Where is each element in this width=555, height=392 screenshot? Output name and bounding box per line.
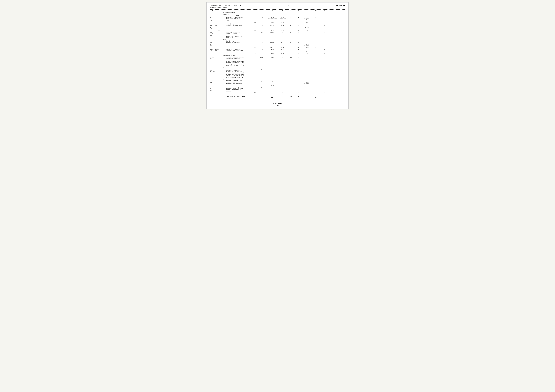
row-col5: 18,48 bbox=[268, 68, 277, 70]
row-col7: 1 bbox=[288, 17, 293, 18]
bottom-note: В ТОМ ЧИСЛЕ| bbox=[210, 103, 345, 104]
row-col6: 38,18 bbox=[279, 42, 286, 44]
table-row: 61 E13-153 ●ОКРАСКА М,К,ГОРИЗОНТАЛЬНАЯДИ… bbox=[210, 17, 345, 22]
footer-rub2: РУБ. bbox=[268, 99, 277, 101]
section-65: 65 E7-463 ЭСИ МСМТ,2-4 ●УКЛАДКА ПЛИТ ПОК… bbox=[210, 49, 345, 55]
table-row: 66 ЭСЦ МСММ,8-479 ●СТОИМОСТЬ МНОГОПУСТОТ… bbox=[210, 57, 345, 66]
row-col8: ● bbox=[295, 17, 301, 18]
row-num: 67 ЭСЦ МСМТ,8-48Р bbox=[210, 68, 215, 73]
unit-label-61: 18М42 bbox=[236, 15, 345, 17]
row-col7: 25 bbox=[288, 42, 293, 44]
row-col5: 112,88 bbox=[268, 25, 277, 27]
row-col6: 24,20 bbox=[279, 25, 286, 27]
col-sep3 bbox=[265, 10, 268, 11]
section-69: 69 D147-29 ●МЕТАЛЛИЗАЦИЯ ЗАКЛАДНЫХ ИАНКЕ… bbox=[210, 87, 345, 94]
row-desc: ●УКЛАДКА ПЛИТ ПОКРЫТИЯПЛОЩАДЬЮ ДО 5М2 С … bbox=[226, 49, 256, 53]
row-col9: ●34,28 bbox=[304, 80, 310, 83]
row-code: ДОП,К bbox=[215, 25, 223, 27]
row-col4: 8,02 bbox=[259, 32, 265, 33]
row-desc: ●СТОИМОСТЬ МНОГОПУСТОТНЫХ ПЛИТДЛИНОЙ ДО … bbox=[226, 57, 256, 66]
footer-col8: 13 bbox=[295, 96, 301, 102]
row-col7: 14 bbox=[288, 80, 293, 82]
row-col4: 8,85 bbox=[259, 25, 265, 27]
col-sep10 bbox=[328, 10, 330, 11]
row-col7: 151 bbox=[288, 57, 293, 58]
table-row: 69 D147-29 ●МЕТАЛЛИЗАЦИЯ ЗАКЛАДНЫХ ИАНКЕ… bbox=[210, 87, 345, 92]
unit-label-67: М2 bbox=[223, 67, 345, 68]
footer-section: ИТОГО ПРЯМЫЕ ЗАТРАТЫ ПО РАЗДЕЛУ 3 РУБ. Р… bbox=[210, 95, 345, 106]
col-sep7 bbox=[301, 10, 304, 11]
section-header-61: (М,К,ГОРИЗОНТАЛЬНОЙДИАФРАГМЫ) bbox=[223, 12, 345, 15]
unit-label-68: М2 bbox=[223, 79, 345, 80]
price-label-62: ЦЕНА|1Р,3,2 bbox=[228, 23, 345, 25]
col-5-header: 5 bbox=[268, 10, 277, 11]
row-col4: 0,37 bbox=[259, 87, 265, 88]
col-10-header: 10 bbox=[313, 10, 319, 11]
row-col4: 5,88 bbox=[259, 49, 265, 50]
table-row: 63 J111-38 ●АСБЕСТОЦЕМЕНТНЫЕ ЛИСТЫПЛОСКИ… bbox=[210, 32, 345, 38]
row-col5: 3,15 bbox=[268, 49, 277, 51]
row-col9: ●14,38 bbox=[304, 42, 310, 45]
footer-label: ИТОГО ПРЯМЫЕ ЗАТРАТЫ ПО РАЗДЕЛУ bbox=[226, 96, 256, 102]
table-row: 65 E7-463 ЭСИ МСМТ,2-4 ●УКЛАДКА ПЛИТ ПОК… bbox=[210, 49, 345, 53]
table-row: 64 E12-299 ●ПОДЛИВКА ИЗ ЦЕМЕНТНОГОРАСТВО… bbox=[210, 42, 345, 47]
col-sep5 bbox=[286, 10, 288, 11]
row-col8: 4 bbox=[295, 42, 301, 44]
col-sep8 bbox=[310, 10, 313, 11]
footer-rub1: РУБ. bbox=[268, 97, 277, 98]
tom-label: Tom bbox=[210, 105, 345, 106]
footer-col5a: РУБ. РУБ. bbox=[268, 96, 277, 102]
row-num: 63 J111-38 bbox=[210, 32, 215, 36]
row-col9: 141,18 bbox=[304, 25, 310, 28]
row-desc: ●ПОДЛИВКА ИЗ ЦЕМЕНТНОГОРАСТВОРА bbox=[226, 42, 256, 45]
col-sep9 bbox=[319, 10, 321, 11]
row-desc: ●СТОИМОСТЬ МНОГОПУСТОТНЫХ ПЛИТДЛИНОЙ ДО … bbox=[226, 68, 256, 78]
row-desc: ●АСБЕСТОЦЕМЕНТНЫЕ ЛИСТЫПЛОСКИЕ С ГЛАДКОЙ… bbox=[226, 32, 256, 38]
row-col9: ●4,68 bbox=[304, 17, 310, 20]
sub-row-61: 180М2 3,02 0,88 ● 0,18 ● bbox=[210, 22, 345, 23]
table-area: (М,К,ГОРИЗОНТАЛЬНОЙДИАФРАГМЫ) 18М42 61 E… bbox=[210, 12, 345, 94]
row-desc: ●УКЛАДКА АСБЕСТОЦЕМЕНТНЫХЛИСТОВ ТОЛЩ 10Н… bbox=[226, 25, 256, 28]
sub-row-62: ЕРЕР 8,1 100М2 22,08 7,45 ● 9,61 ● bbox=[210, 30, 345, 31]
row-col8: 5 bbox=[295, 49, 301, 50]
page-number: 41 bbox=[287, 5, 289, 7]
row-col7: 7 bbox=[288, 87, 293, 88]
row-col4: 4,98 bbox=[259, 68, 265, 70]
footer-col9: 4 1 bbox=[304, 96, 310, 102]
row-col5: 2538,72 bbox=[268, 42, 277, 44]
section-62: ЦЕНА|1Р,3,2 62 E74-745 ДОП,К ●УКЛАДКА АС… bbox=[210, 23, 345, 31]
row-num: 64 E12-299 bbox=[210, 42, 215, 47]
section-64: 100ВТ ОБЪЕМ|4,81|(2,5,1,2) 64 E12-299 ●П… bbox=[210, 39, 345, 48]
section-63: 63 J111-38 ●АСБЕСТОЦЕМЕНТНЫЕ ЛИСТЫПЛОСКИ… bbox=[210, 32, 345, 38]
row-col11: 8 bbox=[321, 49, 328, 50]
program-title: ПРОГРАММНЫЙ КОМПЛЕКС АВС-3ЕС ( РЕДАКЦИЯ … bbox=[210, 5, 242, 7]
row-col5: 17,88 bbox=[268, 87, 277, 88]
header-divider bbox=[210, 9, 345, 10]
row-col5: 342,88 bbox=[268, 80, 277, 82]
row-num: 69 D147-29 bbox=[210, 87, 215, 91]
col-sep6 bbox=[293, 10, 295, 11]
col-sep2 bbox=[256, 10, 259, 11]
row-desc: ●УСТАНОВКА ГОРИЗОНТАЛЬНЫХСТАЛЬНЫХ ЭЛЕМЕН… bbox=[226, 80, 256, 84]
page: ПРОГРАММНЫЙ КОМПЛЕКС АВС-3ЕС ( РЕДАКЦИЯ … bbox=[206, 2, 349, 109]
table-row: 67 ЭСЦ МСМТ,8-48Р ●СТОИМОСТЬ МНОГОПУСТОТ… bbox=[210, 68, 345, 78]
row-col6: 8,24 bbox=[279, 17, 286, 19]
section-68: М2 68 E7-291 ●УСТАНОВКА ГОРИЗОНТАЛЬНЫХСТ… bbox=[210, 79, 345, 86]
row-col8: 1 bbox=[295, 80, 301, 82]
section-61: (М,К,ГОРИЗОНТАЛЬНОЙДИАФРАГМЫ) 18М42 61 E… bbox=[210, 12, 345, 23]
footer-col3: 3 bbox=[259, 96, 265, 102]
col-1-header: 1 bbox=[210, 10, 215, 11]
col-8-header: 8 bbox=[295, 10, 301, 11]
col-9-header: 9 bbox=[304, 10, 310, 11]
section-66: ЦЕНА|2,09+24,4,0,0434 66 ЭСЦ МСММ,8-479 … bbox=[210, 55, 345, 66]
row-col7: 5 bbox=[288, 25, 293, 27]
row-num: 65 E7-463 bbox=[210, 49, 215, 52]
row-col4: 8,01 bbox=[259, 42, 265, 44]
row-col10: ● bbox=[313, 17, 319, 18]
section-67: М2 67 ЭСЦ МСМТ,8-48Р ●СТОИМОСТЬ МНОГОПУС… bbox=[210, 67, 345, 78]
col-3-header: 3 bbox=[226, 10, 256, 11]
col-sep1 bbox=[223, 10, 226, 11]
col-sep4 bbox=[277, 10, 279, 11]
sub-row-65: ВТ 8,98 0,26 1 0,34 2 bbox=[210, 53, 345, 55]
doc-number: 3381 25684-03 bbox=[335, 5, 345, 6]
